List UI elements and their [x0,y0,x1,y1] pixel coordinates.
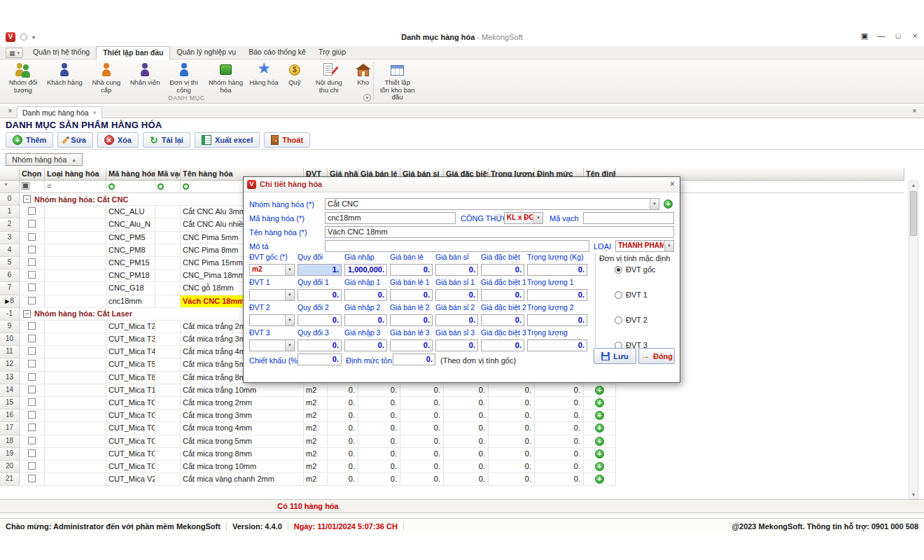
row-checkbox[interactable] [28,284,36,291]
action-cell[interactable]: + [584,461,616,472]
checkbox-cell[interactable] [20,270,45,281]
checkbox-cell[interactable] [20,384,45,396]
type-cell[interactable] [45,372,106,384]
type-cell[interactable] [45,218,106,230]
table-row[interactable]: 16CUT_Mica TO3Cắt mica trong 3mmm20.0.0.… [0,410,616,422]
group-combo[interactable]: Cắt CNC▼ [325,198,659,210]
row-checkbox[interactable] [28,437,36,444]
scroll-down-icon[interactable]: ▼ [909,492,918,497]
code-cell[interactable]: CNC_PM18 [106,270,155,281]
row-checkbox[interactable] [28,207,36,215]
row-checkbox[interactable] [28,220,36,227]
value-cell-2[interactable]: 0. [400,397,444,409]
value-cell-2[interactable]: 0. [400,410,444,421]
row-checkbox[interactable] [28,246,36,253]
ribbon-item-7[interactable]: $Quỹ [282,61,307,88]
dvt-cell[interactable]: m2 [304,461,328,472]
unit-value-input[interactable]: 0. [344,340,387,351]
code-cell[interactable]: CUT_Mica TO8 [106,448,155,460]
type-cell[interactable] [45,358,106,370]
unit-value-input[interactable]: 0. [298,289,342,301]
value-cell-2[interactable]: 0. [400,384,444,396]
value-cell-3[interactable]: 0. [444,410,489,421]
unit-value-input[interactable]: 0. [435,340,478,351]
value-cell-2[interactable]: 0. [400,422,444,434]
value-cell-4[interactable]: 0. [489,384,535,396]
row-checkbox[interactable] [28,386,36,393]
code-cell[interactable]: CNC_PM5 [106,232,155,244]
column-header-2[interactable]: Mã hàng hóa [106,168,155,181]
value-cell-4[interactable]: 0. [489,422,535,434]
row-checkbox[interactable] [28,297,36,304]
ribbon-group-launcher-icon[interactable]: ▾ [363,94,371,102]
value-cell-5[interactable]: 0. [535,422,584,434]
ribbon-item-6[interactable]: ★Hàng hóa [248,61,281,88]
ribbon-item-1[interactable]: Khách hàng [45,61,85,88]
unit-combo-1[interactable]: ▼ [249,289,295,301]
add-norm-icon[interactable]: + [595,424,604,433]
close-icon[interactable]: × [910,31,920,41]
checkbox-cell[interactable] [20,372,45,384]
barcode-cell[interactable] [155,397,181,409]
value-cell-1[interactable]: 0. [358,461,400,472]
checkbox-cell[interactable] [20,321,45,332]
action-cell[interactable]: + [584,384,616,396]
value-cell-1[interactable]: 0. [358,473,400,485]
checkbox-cell[interactable] [20,448,45,460]
app-menu-button[interactable]: ▦▾ [6,48,23,58]
action-cell[interactable]: + [584,397,616,409]
unit-value-input[interactable]: 0. [435,264,478,276]
table-row[interactable]: 18CUT_Mica TO5Cắt mica trong 5mmm20.0.0.… [0,435,616,448]
value-cell-0[interactable]: 0. [328,397,358,409]
barcode-cell[interactable] [155,346,181,358]
add-norm-icon[interactable]: + [595,398,604,407]
dvt-cell[interactable]: m2 [304,410,328,421]
name-cell[interactable]: Cắt mica trắng 10mm [181,384,304,396]
value-cell-4[interactable]: 0. [489,410,535,421]
value-cell-4[interactable]: 0. [489,461,535,472]
value-cell-3[interactable]: 0. [444,435,489,447]
menu-tab-1[interactable]: Thiết lập ban đầu [96,46,170,59]
value-cell-1[interactable]: 0. [358,435,400,447]
value-cell-1[interactable]: 0. [358,384,400,396]
unit-value-input[interactable]: 0. [527,264,587,276]
value-cell-3[interactable]: 0. [444,384,489,396]
checkbox-cell[interactable] [20,346,45,358]
ribbon-item-8[interactable]: Nội dung thu chi [309,61,349,94]
fullscreen-icon[interactable]: ▣ [860,31,869,41]
value-cell-3[interactable]: 0. [444,461,489,472]
action-cell[interactable]: + [584,473,616,485]
group-by-button[interactable]: Nhóm hàng hóa▲ [6,153,83,166]
chevron-down-icon[interactable]: ▼ [533,213,542,223]
chevron-down-icon[interactable]: ▼ [650,199,659,209]
dvt-cell[interactable]: m2 [304,473,328,485]
type-cell[interactable] [45,333,106,345]
ribbon-item-3[interactable]: Nhân viên [128,61,162,88]
code-cell[interactable]: CNC_PM8 [106,244,155,256]
value-cell-0[interactable]: 0. [328,422,358,434]
checkbox-cell[interactable] [20,295,45,307]
document-tab[interactable]: Danh mục hàng hóa× [17,106,102,118]
delete-button[interactable]: ×Xóa [97,132,139,148]
type-cell[interactable] [45,397,106,409]
type-cell[interactable] [45,321,106,332]
barcode-cell[interactable] [155,257,181,269]
table-row[interactable]: 15CUT_Mica TO2Cắt mica trong 2mmm20.0.0.… [0,397,616,410]
action-cell[interactable]: + [584,422,616,434]
type-cell[interactable] [45,384,106,396]
type-cell[interactable] [45,206,106,218]
checkbox-cell[interactable] [20,422,45,434]
unit-value-input[interactable]: 0. [481,264,524,276]
code-input[interactable]: cnc18mm [325,212,456,224]
unit-combo-0[interactable]: m2▼ [249,264,295,276]
barcode-cell[interactable] [155,473,181,485]
code-cell[interactable]: CNC_G18 [106,282,155,294]
value-cell-1[interactable]: 0. [358,422,400,434]
tab-close-icon[interactable]: × [93,109,97,116]
type-cell[interactable] [45,282,106,294]
code-cell[interactable]: CUT_Mica TO5 [106,435,155,447]
value-cell-4[interactable]: 0. [489,473,535,485]
add-norm-icon[interactable]: + [595,411,604,420]
ribbon-item-2[interactable]: Nhà cung cấp [86,61,127,94]
barcode-cell[interactable] [155,358,181,370]
